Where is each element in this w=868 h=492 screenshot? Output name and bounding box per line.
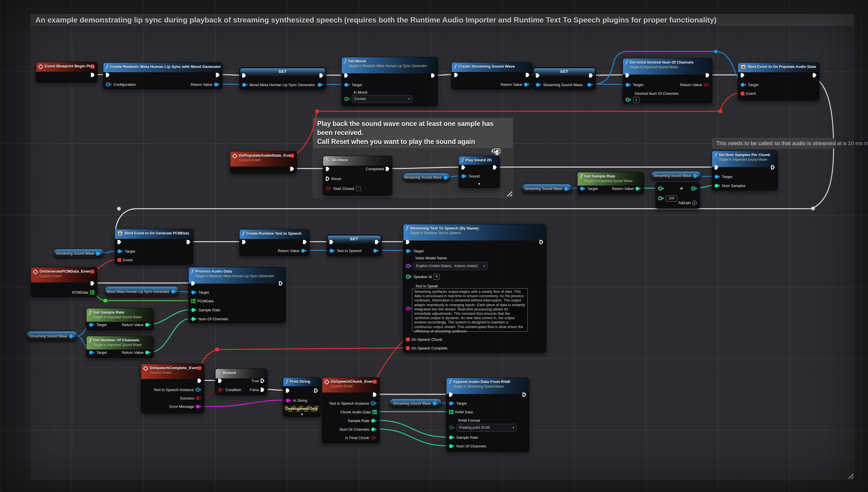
bind-event-on-populate-audio-state-target-l-pin[interactable] (741, 83, 746, 87)
set-mood-generator-var-exec-r-pin[interactable] (320, 73, 323, 78)
append-audio-data-from-raw-exec-r-pin[interactable] (522, 393, 526, 397)
divide-node-exec-r-pin[interactable] (691, 187, 697, 191)
pill-streaming-a[interactable]: Streaming Sound Wave (403, 173, 450, 182)
set-initial-desired-num-channels-exec-r-pin[interactable] (706, 73, 709, 77)
do-once-start-closed-l-pin[interactable] (326, 187, 332, 191)
streaming-text-to-speech-by-name-exec-l-pin[interactable] (406, 240, 410, 244)
bind-event-on-generate-pcmdata-event-l-pin[interactable] (117, 258, 121, 262)
get-sample-rate-top[interactable]: ƒGet Sample RateTarget is Imported Sound… (577, 172, 644, 194)
create-runtime-text-to-speech-return-value-r-pin[interactable] (301, 249, 307, 253)
set-text-to-speech-var-exec-r-pin[interactable] (375, 240, 379, 244)
onspeechchunk-event-num-of-channels-r-pin[interactable] (371, 427, 377, 431)
pill-streaming-c-out-pin[interactable] (693, 174, 699, 178)
set-text-to-speech-var[interactable]: SETText to Speech (327, 235, 382, 256)
append-audio-data-from-raw-target-l-pin[interactable] (449, 401, 454, 405)
bind-event-on-generate-pcmdata[interactable]: Bind Event to On Generate PCMDataTargetE… (115, 229, 193, 265)
reroute-node-6[interactable] (103, 299, 107, 302)
append-audio-data-from-raw-exec-l-pin[interactable] (449, 393, 453, 397)
create-runtime-text-to-speech-exec-r-pin[interactable] (303, 240, 307, 244)
play-sound-2d-exec-l-pin[interactable] (462, 165, 465, 170)
blueprint-graph-canvas[interactable]: An example demonstrating lip sync during… (0, 0, 868, 492)
set-mood-exec-l-pin[interactable] (344, 73, 348, 78)
streaming-text-to-speech-by-name[interactable]: ƒStreaming Text To Speech (By Name)Targe… (403, 224, 546, 353)
set-streaming-sound-wave-var-exec-r-pin[interactable] (589, 73, 593, 78)
branch-condition-l-pin[interactable] (218, 388, 224, 392)
onpopulateaudiostate-event-delegate-pin[interactable] (290, 154, 294, 157)
set-mood-exec-l-pin[interactable] (344, 97, 350, 101)
get-sample-rate-lower-target-l-pin[interactable] (89, 323, 95, 327)
divide-node[interactable]: 100÷Add pin+ (655, 182, 700, 209)
bind-event-on-populate-audio-state[interactable]: Bind Event to On Populate Audio StateTar… (738, 63, 819, 100)
play-sound-2d-expand-chevron[interactable]: ▾ (459, 182, 499, 186)
onspeechchunk-event-sample-rate-r-pin[interactable] (371, 419, 377, 423)
onspeechchunk-event-delegate-pin[interactable] (373, 380, 377, 384)
append-audio-data-from-raw-exec-l-pin[interactable] (449, 425, 455, 429)
pill-streaming-e-out-pin[interactable] (69, 335, 75, 338)
onspeechcomplete-event-text-to-speech-instance-r-pin[interactable] (195, 388, 202, 392)
onspeechchunk-event-text-to-speech-instance-r-pin[interactable] (371, 401, 377, 405)
get-number-of-channels[interactable]: ƒGet Number Of ChannelsTarget is Importe… (86, 336, 154, 358)
set-num-samples-per-chunk[interactable]: ƒSet Num Samples Per ChunkTarget is Impo… (712, 151, 778, 190)
set-initial-desired-num-channels[interactable]: ƒSet Initial Desired Num Of ChannelsTarg… (623, 58, 712, 103)
create-runtime-text-to-speech[interactable]: ƒCreate Runtime Text to SpeechReturn Val… (239, 229, 310, 256)
get-sample-rate-lower-return-value-r-pin[interactable] (145, 323, 151, 327)
process-audio-data-exec-l-pin[interactable] (191, 281, 195, 286)
append-audio-data-from-raw-raw-data-l-pin[interactable] (449, 410, 453, 414)
append-audio-data-from-raw-sample-rate-l-pin[interactable] (449, 436, 454, 439)
process-audio-data-sample-rate-l-pin[interactable] (191, 308, 197, 312)
create-realistic-lipsync-return-value-r-pin[interactable] (214, 83, 219, 87)
process-audio-data[interactable]: ƒProcess Audio DataTarget is Realistic M… (188, 267, 286, 323)
onspeechchunk-event[interactable]: OnSpeechChunk_EventCustom EventText to S… (322, 377, 380, 443)
pill-streaming-f[interactable]: Streaming Sound Wave (389, 399, 442, 408)
do-once-start-closed-checkbox[interactable] (356, 186, 361, 191)
create-realistic-lipsync[interactable]: ƒCreate Realistic Meta Human Lip Sync wi… (103, 63, 222, 89)
process-audio-data-num-of-channels-l-pin[interactable] (191, 317, 197, 321)
create-runtime-text-to-speech-exec-l-pin[interactable] (242, 240, 246, 244)
streaming-text-to-speech-by-name-on-speech-complete-l-pin[interactable] (406, 346, 410, 350)
ongeneratepcmdata-event-delegate-pin[interactable] (91, 270, 94, 273)
get-sample-rate-lower[interactable]: ƒGet Sample RateTarget is Imported Sound… (86, 308, 154, 330)
get-number-of-channels-return-value-r-pin[interactable] (145, 351, 151, 354)
pill-streaming-d[interactable]: Streaming Sound Wave (53, 249, 104, 258)
streaming-text-to-speech-by-name-speaker-id-l-pin[interactable] (406, 275, 412, 279)
set-initial-desired-num-channels-exec-l-pin[interactable] (626, 98, 631, 102)
set-initial-desired-num-channels-exec-input[interactable]: 1 (633, 97, 639, 103)
streaming-text-to-speech-by-name-target-l-pin[interactable] (406, 249, 412, 253)
streaming-text-to-speech-by-name-exec-r-pin[interactable] (540, 240, 543, 244)
streaming-text-to-speech-by-name-exec-l-pin[interactable] (406, 264, 412, 268)
get-sample-rate-top-return-value-r-pin[interactable] (635, 187, 641, 191)
create-streaming-sound-wave-exec-r-pin[interactable] (526, 73, 530, 77)
process-audio-data-target-l-pin[interactable] (191, 291, 197, 294)
onspeechcomplete-event-exec-r-pin[interactable] (197, 379, 202, 383)
set-initial-desired-num-channels-target-l-pin[interactable] (626, 83, 631, 87)
create-realistic-lipsync-configuration-l-pin[interactable] (106, 82, 112, 87)
reroute-node-3[interactable] (315, 109, 319, 113)
reroute-node-4[interactable] (719, 109, 722, 113)
set-mood-target-l-pin[interactable] (344, 83, 350, 87)
print-string[interactable]: ƒPrint StringIn StringDevelopment Only▾ (283, 377, 321, 417)
reroute-node-1[interactable] (811, 207, 815, 211)
set-text-to-speech-var-text-to-speech-l-pin[interactable] (330, 249, 335, 253)
set-initial-desired-num-channels-return-value-r-pin[interactable] (704, 83, 709, 87)
pill-mood-generator[interactable]: Mood Meta Human Lip Sync Generator (104, 286, 179, 297)
set-streaming-sound-wave-var-exec-l-pin[interactable] (536, 73, 540, 78)
set-text-to-speech-var-exec-r-pin[interactable] (373, 249, 379, 253)
append-audio-data-from-raw-exec-dropdown[interactable]: Floating point 32-bit▾ (456, 424, 517, 432)
streaming-text-to-speech-by-name-on-speech-chunk-l-pin[interactable] (406, 338, 410, 341)
branch-exec-l-pin[interactable] (218, 379, 222, 383)
onspeechchunk-event-chunk-audio-data-r-pin[interactable] (372, 410, 377, 414)
reroute-node-2[interactable] (714, 50, 718, 53)
bind-event-on-populate-audio-state-exec-l-pin[interactable] (741, 73, 745, 77)
bind-event-on-generate-pcmdata-exec-r-pin[interactable] (187, 240, 190, 244)
print-string-in-string-l-pin[interactable] (286, 399, 291, 402)
pill-streaming-b[interactable]: Streaming Sound Wave (522, 184, 572, 194)
set-mood-exec-dropdown[interactable]: Excited▾ (352, 95, 412, 103)
event-begin-play[interactable]: Event Blueprint Begin Play (36, 62, 97, 82)
divide-node-exec-l-pin[interactable] (658, 196, 664, 200)
streaming-text-to-speech-by-name-exec-l-pin[interactable] (406, 306, 412, 311)
print-string-expand-chevron[interactable]: ▾ (283, 413, 321, 416)
get-sample-rate-top-target-l-pin[interactable] (580, 187, 586, 191)
set-mood-generator-var[interactable]: SETMood Meta Human Lip Sync Generator (239, 67, 326, 90)
onspeechchunk-event-is-final-chunk-r-pin[interactable] (371, 436, 377, 440)
branch-true-r-pin[interactable] (261, 379, 264, 383)
